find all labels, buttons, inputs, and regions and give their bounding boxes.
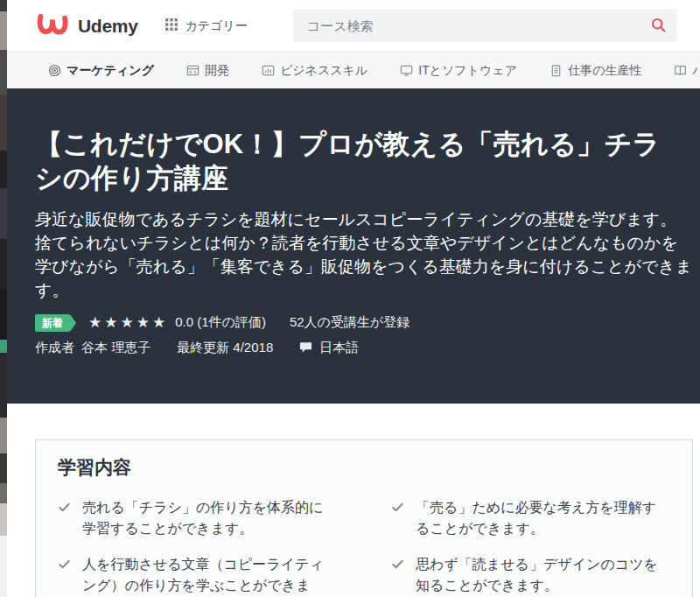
nav-item-productivity[interactable]: 仕事の生産性 <box>550 63 641 79</box>
top-header: Udemy カテゴリー <box>7 0 700 52</box>
checkmark-icon <box>391 501 404 539</box>
nav-item-label: マーケティング <box>66 63 154 79</box>
learn-item: 売れる「チラシ」の作り方を体系的に学習することができます。 <box>58 497 337 539</box>
search-icon <box>651 18 666 35</box>
learn-item-text: 人を行動させる文章（コピーライティング）の作り方を学ぶことができます。 <box>82 554 337 597</box>
nav-item-development[interactable]: 開発 <box>186 63 229 79</box>
nav-item-personal-life[interactable]: パーソナルライフ＆ファ <box>674 63 700 79</box>
checkmark-icon <box>391 558 404 596</box>
enrollment-count: 52人の受講生が登録 <box>290 314 410 331</box>
learn-column-right: 「売る」ために必要な考え方を理解することができます。 思わず「読ませる」デザイン… <box>391 497 670 597</box>
course-title: 【これだけでOK！】プロが教える「売れる」チラシの作り方講座 <box>35 127 687 195</box>
monitor-icon <box>400 64 413 77</box>
grid-icon <box>164 18 178 34</box>
learn-section: 学習内容 売れる「チラシ」の作り方を体系的に学習することができます。 人を行動さ… <box>7 404 700 597</box>
author-meta: 作成者 谷本 理恵子 <box>35 340 150 356</box>
category-nav: マーケティング 開発 ビジネススキル <box>7 52 700 88</box>
speech-bubble-icon <box>299 341 312 356</box>
nav-item-label: ITとソフトウェア <box>418 63 517 79</box>
categories-button[interactable]: カテゴリー <box>164 18 248 34</box>
udemy-course-page: Udemy カテゴリー <box>7 0 700 597</box>
nav-item-business-skills[interactable]: ビジネススキル <box>262 63 368 79</box>
bar-chart-icon <box>262 64 275 77</box>
nav-item-label: 仕事の生産性 <box>568 63 641 79</box>
background-window-sliver <box>0 0 7 597</box>
udemy-logo[interactable]: Udemy <box>35 12 138 40</box>
app-window-icon <box>186 64 200 77</box>
learn-column-left: 売れる「チラシ」の作り方を体系的に学習することができます。 人を行動させる文章（… <box>58 497 337 597</box>
checkmark-icon <box>58 558 71 597</box>
learn-item-text: 思わず「読ませる」デザインのコツを知ることができます。 <box>416 554 670 596</box>
learn-item: 人を行動させる文章（コピーライティング）の作り方を学ぶことができます。 <box>58 554 337 597</box>
learn-item: 思わず「読ませる」デザインのコツを知ることができます。 <box>391 554 670 596</box>
rating-row: 新着 ★★★★★ 0.0 (1件の評価) 52人の受講生が登録 <box>35 313 693 332</box>
clipboard-icon <box>550 64 563 77</box>
last-updated: 最終更新 4/2018 <box>177 340 273 356</box>
course-meta-row: 作成者 谷本 理恵子 最終更新 4/2018 日本語 <box>35 340 693 356</box>
nav-item-it-software[interactable]: ITとソフトウェア <box>400 63 517 79</box>
learn-item-text: 「売る」ために必要な考え方を理解することができます。 <box>416 497 670 539</box>
rating-stars: ★★★★★ <box>88 313 168 332</box>
udemy-logo-text: Udemy <box>78 16 138 37</box>
language-label: 日本語 <box>319 340 359 356</box>
nav-item-marketing[interactable]: マーケティング <box>48 63 154 79</box>
categories-label: カテゴリー <box>186 18 248 34</box>
search-box <box>293 10 676 42</box>
author-label: 作成者 <box>35 340 74 356</box>
what-you-will-learn-card: 学習内容 売れる「チラシ」の作り方を体系的に学習することができます。 人を行動さ… <box>35 439 693 597</box>
search-input[interactable] <box>307 18 651 33</box>
learn-item-text: 売れる「チラシ」の作り方を体系的に学習することができます。 <box>82 497 337 539</box>
course-hero: 【これだけでOK！】プロが教える「売れる」チラシの作り方講座 身近な販促物である… <box>7 88 700 404</box>
udemy-logo-icon <box>35 12 70 40</box>
nav-item-label: 開発 <box>205 63 229 79</box>
new-badge: 新着 <box>35 314 70 332</box>
nav-item-label: ビジネススキル <box>280 63 368 79</box>
language-meta: 日本語 <box>299 340 359 356</box>
course-description: 身近な販促物であるチラシを題材にセールスコピーライティングの基礎を学びます。捨て… <box>35 207 693 302</box>
learn-title: 学習内容 <box>58 455 670 480</box>
search-button[interactable] <box>651 18 666 35</box>
author-name-link[interactable]: 谷本 理恵子 <box>81 340 150 356</box>
checkmark-icon <box>58 501 71 539</box>
open-book-icon <box>674 64 687 77</box>
nav-item-label: パーソナルライフ＆ファ <box>692 63 700 79</box>
target-icon <box>48 64 61 77</box>
rating-text[interactable]: 0.0 (1件の評価) <box>175 314 266 331</box>
learn-item: 「売る」ために必要な考え方を理解することができます。 <box>391 497 670 539</box>
